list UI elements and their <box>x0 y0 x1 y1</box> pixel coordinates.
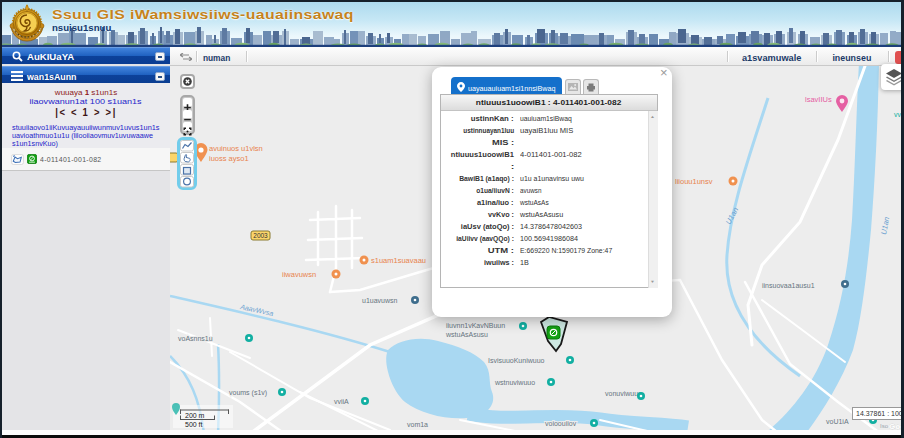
svg-text:voioouiiov: voioouiiov <box>545 420 577 427</box>
svg-text:vviiA: vviiA <box>334 398 349 405</box>
svg-text:iuoss ayso1: iuoss ayso1 <box>209 154 249 163</box>
svg-text:2003: 2003 <box>253 232 268 239</box>
svg-text:500 ft: 500 ft <box>185 421 203 428</box>
svg-text:iiwavuwsn: iiwavuwsn <box>282 270 316 279</box>
svg-text:u1uavuwsn: u1uavuwsn <box>362 297 398 304</box>
svg-text:vonuviwuuo: vonuviwuuo <box>605 390 642 397</box>
svg-text:Goo: Goo <box>889 422 901 430</box>
svg-text:voums (s1v): voums (s1v) <box>229 389 267 397</box>
svg-text:200 m: 200 m <box>185 412 205 419</box>
svg-text:iinsuovaa1ausu1: iinsuovaa1ausu1 <box>762 282 815 289</box>
svg-text:avuinuos u1vlsn: avuinuos u1vlsn <box>209 144 263 153</box>
svg-text:s1uam1suavaau: s1uam1suavaau <box>371 256 426 265</box>
svg-text:vv: vv <box>894 111 901 118</box>
svg-text:wstnuviwuuo: wstnuviwuuo <box>494 379 535 386</box>
svg-text:IsvisuuoKuniwuuo: IsvisuuoKuniwuuo <box>488 357 545 364</box>
svg-text:lsavIIUs: lsavIIUs <box>805 95 832 104</box>
svg-text:iiuvnn1vKavNBuun: iiuvnn1vKavNBuun <box>446 322 505 329</box>
svg-text:Iso: Iso <box>880 423 889 429</box>
svg-text:voAsnns1u: voAsnns1u <box>178 335 213 342</box>
svg-text:liiouu1unsv: liiouu1unsv <box>675 177 713 186</box>
svg-text:voU1iA: voU1iA <box>826 418 849 425</box>
svg-text:wstuAsAsusu: wstuAsAsusu <box>445 331 488 338</box>
svg-text:vom1a: vom1a <box>407 421 428 428</box>
